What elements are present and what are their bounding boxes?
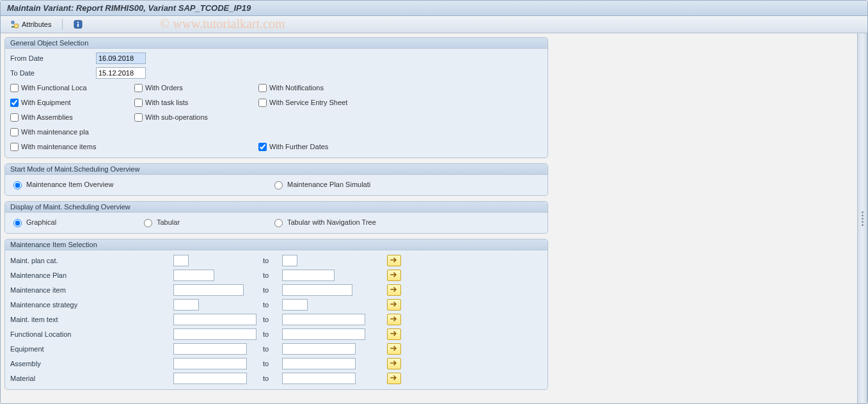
group-start-mode: Start Mode of Maint.Scheduling Overview …: [4, 163, 548, 196]
selection-to-label: to: [263, 301, 282, 309]
from-date-input[interactable]: [96, 53, 146, 64]
arrow-right-icon: [390, 316, 398, 323]
cb-maintenance-pla[interactable]: With maintenance pla: [10, 128, 132, 136]
selection-to-label: to: [263, 286, 282, 294]
application-toolbar: Attributes: [1, 16, 867, 33]
cb-maintenance-items-input[interactable]: [10, 143, 19, 151]
radio-tabular[interactable]: Tabular: [141, 217, 269, 227]
radio-input[interactable]: [13, 219, 22, 227]
info-button[interactable]: [69, 18, 87, 31]
cb-functional-location-input[interactable]: [10, 84, 19, 92]
cb-orders[interactable]: With Orders: [134, 84, 256, 92]
multiple-selection-button[interactable]: [387, 270, 401, 281]
selection-from-input[interactable]: [173, 328, 256, 340]
selection-to-input[interactable]: [282, 328, 365, 340]
cb-label: With Orders: [145, 84, 183, 92]
cb-sub-operations[interactable]: With sub-operations: [134, 113, 256, 122]
info-icon: [74, 20, 83, 29]
selection-to-label: to: [263, 330, 282, 338]
group-title: Start Mode of Maint.Scheduling Overview: [5, 164, 548, 175]
cb-functional-location[interactable]: With Functional Loca: [10, 84, 132, 92]
radio-tabular-nav-tree[interactable]: Tabular with Navigation Tree: [271, 217, 438, 227]
multiple-selection-button[interactable]: [387, 299, 401, 311]
selection-from-input[interactable]: [173, 343, 247, 355]
radio-maint-plan-simulati[interactable]: Maintenance Plan Simulati: [271, 179, 399, 190]
selection-to-label: to: [263, 360, 282, 368]
cb-assemblies-input[interactable]: [10, 113, 19, 122]
radio-input[interactable]: [274, 219, 283, 227]
cb-notifications-input[interactable]: [258, 84, 267, 92]
radio-input[interactable]: [274, 181, 283, 190]
selection-to-input[interactable]: [282, 299, 308, 311]
selection-from-input[interactable]: [173, 299, 199, 311]
attributes-button[interactable]: Attributes: [6, 18, 56, 31]
cb-label: With Further Dates: [269, 143, 328, 150]
selection-to-label: to: [263, 345, 282, 353]
cb-service-entry-input[interactable]: [258, 99, 267, 107]
selection-to-input[interactable]: [282, 314, 365, 325]
form-scroll[interactable]: General Object Selection From Date To Da…: [1, 33, 857, 403]
radio-graphical[interactable]: Graphical: [10, 217, 138, 227]
cb-further-dates[interactable]: With Further Dates: [258, 143, 380, 151]
multiple-selection-button[interactable]: [387, 255, 401, 266]
cb-equipment-input[interactable]: [10, 99, 19, 107]
arrow-right-icon: [390, 375, 398, 382]
multiple-selection-button[interactable]: [387, 358, 401, 369]
arrow-right-icon: [390, 360, 398, 368]
cb-label: With Equipment: [21, 99, 71, 106]
content-area: General Object Selection From Date To Da…: [1, 33, 867, 403]
cb-notifications[interactable]: With Notifications: [258, 84, 380, 92]
multiple-selection-button[interactable]: [387, 328, 401, 340]
right-splitter[interactable]: [857, 33, 867, 403]
selection-from-input[interactable]: [173, 284, 244, 296]
selection-label: Equipment: [10, 345, 173, 353]
radio-input[interactable]: [144, 219, 152, 227]
selection-label: Maintenance item: [10, 286, 173, 294]
arrow-right-icon: [390, 330, 398, 338]
multiple-selection-button[interactable]: [387, 314, 401, 325]
cb-maintenance-pla-input[interactable]: [10, 128, 19, 136]
group-general-object-selection: General Object Selection From Date To Da…: [4, 37, 548, 158]
selection-from-input[interactable]: [173, 373, 247, 384]
selection-to-input[interactable]: [282, 373, 356, 384]
cb-task-lists[interactable]: With task lists: [134, 99, 256, 107]
to-date-label: To Date: [10, 69, 93, 77]
multiple-selection-button[interactable]: [387, 373, 401, 384]
selection-row: Maintenance itemto: [10, 282, 542, 297]
svg-rect-4: [77, 24, 79, 27]
selection-from-input[interactable]: [173, 314, 256, 325]
arrow-right-icon: [390, 271, 398, 279]
selection-label: Maint. item text: [10, 316, 173, 323]
selection-to-label: to: [263, 257, 282, 264]
cb-maintenance-items[interactable]: With maintenance items: [10, 143, 132, 151]
selection-label: Maintenance strategy: [10, 301, 173, 309]
selection-to-input[interactable]: [282, 284, 352, 296]
selection-to-input[interactable]: [282, 358, 356, 369]
selection-row: Equipmentto: [10, 341, 542, 356]
cb-label: With Functional Loca: [21, 84, 87, 92]
multiple-selection-button[interactable]: [387, 284, 401, 296]
grip-dot: [862, 224, 864, 226]
radio-label: Tabular with Navigation Tree: [287, 218, 376, 226]
cb-orders-input[interactable]: [134, 84, 143, 92]
selection-from-input[interactable]: [173, 255, 189, 266]
multiple-selection-button[interactable]: [387, 343, 401, 355]
cb-sub-operations-input[interactable]: [134, 113, 143, 122]
selection-to-input[interactable]: [282, 343, 356, 355]
grip-dot: [862, 218, 864, 220]
radio-label: Graphical: [26, 218, 56, 226]
selection-to-input[interactable]: [282, 255, 297, 266]
cb-service-entry[interactable]: With Service Entry Sheet: [258, 99, 380, 107]
grip-dot: [862, 221, 864, 223]
cb-further-dates-input[interactable]: [258, 143, 267, 151]
to-date-input[interactable]: [96, 67, 146, 79]
selection-from-input[interactable]: [173, 270, 214, 281]
selection-to-input[interactable]: [282, 270, 335, 281]
cb-equipment[interactable]: With Equipment: [10, 99, 132, 107]
radio-input[interactable]: [13, 181, 22, 190]
cb-task-lists-input[interactable]: [134, 99, 143, 107]
cb-label: With Notifications: [269, 84, 324, 92]
radio-maint-item-overview[interactable]: Maintenance Item Overview: [10, 179, 138, 190]
cb-assemblies[interactable]: With Assemblies: [10, 113, 132, 122]
selection-from-input[interactable]: [173, 358, 247, 369]
